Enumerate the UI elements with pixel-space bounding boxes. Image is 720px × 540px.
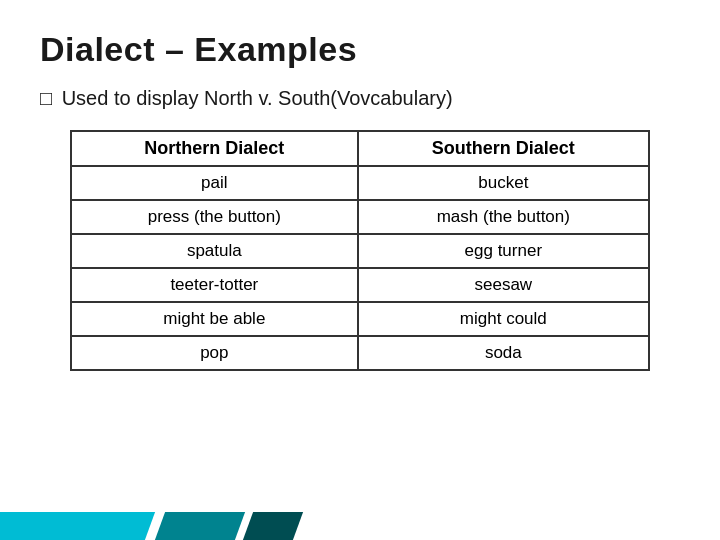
cell-1-1: mash (the button) bbox=[358, 200, 649, 234]
table-row: might be ablemight could bbox=[71, 302, 649, 336]
table-container: Northern Dialect Southern Dialect pailbu… bbox=[40, 130, 680, 371]
cell-2-0: spatula bbox=[71, 234, 358, 268]
bar-teal bbox=[155, 512, 245, 540]
table-row: popsoda bbox=[71, 336, 649, 370]
table-row: teeter-totterseesaw bbox=[71, 268, 649, 302]
bottom-decoration bbox=[0, 512, 720, 540]
cell-4-0: might be able bbox=[71, 302, 358, 336]
subtitle-text: Used to display North v. South(Vovcabula… bbox=[62, 87, 453, 109]
dialect-table: Northern Dialect Southern Dialect pailbu… bbox=[70, 130, 650, 371]
page-title: Dialect – Examples bbox=[40, 30, 680, 69]
cell-3-1: seesaw bbox=[358, 268, 649, 302]
table-row: spatulaegg turner bbox=[71, 234, 649, 268]
cell-0-0: pail bbox=[71, 166, 358, 200]
bar-cyan bbox=[0, 512, 155, 540]
col-southern: Southern Dialect bbox=[358, 131, 649, 166]
slide: Dialect – Examples □ Used to display Nor… bbox=[0, 0, 720, 540]
subtitle-line: □ Used to display North v. South(Vovcabu… bbox=[40, 87, 680, 110]
cell-4-1: might could bbox=[358, 302, 649, 336]
cell-5-0: pop bbox=[71, 336, 358, 370]
table-row: press (the button)mash (the button) bbox=[71, 200, 649, 234]
header-row: Northern Dialect Southern Dialect bbox=[71, 131, 649, 166]
cell-0-1: bucket bbox=[358, 166, 649, 200]
bar-dark bbox=[243, 512, 303, 540]
cell-2-1: egg turner bbox=[358, 234, 649, 268]
cell-1-0: press (the button) bbox=[71, 200, 358, 234]
cell-3-0: teeter-totter bbox=[71, 268, 358, 302]
col-northern: Northern Dialect bbox=[71, 131, 358, 166]
table-header: Northern Dialect Southern Dialect bbox=[71, 131, 649, 166]
bullet-icon: □ bbox=[40, 87, 52, 109]
table-row: pailbucket bbox=[71, 166, 649, 200]
table-body: pailbucketpress (the button)mash (the bu… bbox=[71, 166, 649, 370]
cell-5-1: soda bbox=[358, 336, 649, 370]
